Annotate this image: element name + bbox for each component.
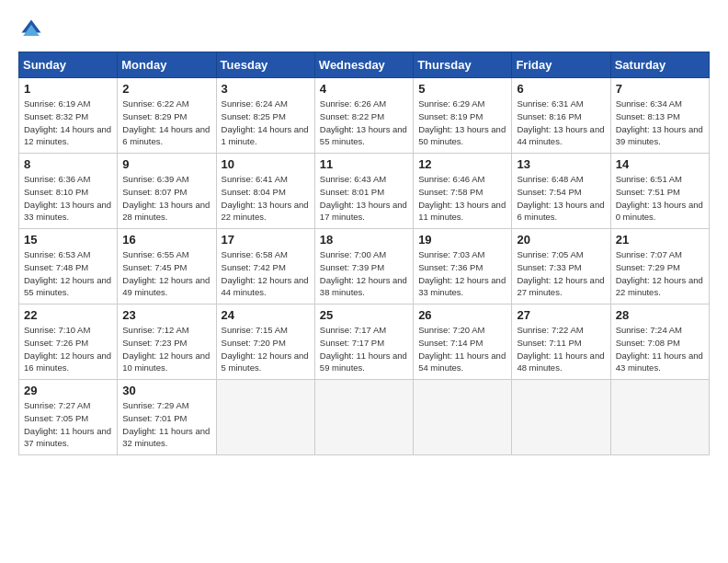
- calendar-cell: 4 Sunrise: 6:26 AM Sunset: 8:22 PM Dayli…: [314, 78, 413, 154]
- day-info: Sunrise: 7:20 AM Sunset: 7:14 PM Dayligh…: [418, 324, 506, 374]
- sunset: Sunset: 7:42 PM: [222, 262, 286, 272]
- day-number: 18: [320, 233, 408, 247]
- sunrise: Sunrise: 7:05 AM: [517, 249, 583, 259]
- day-number: 1: [24, 82, 112, 96]
- sunset: Sunset: 8:16 PM: [517, 111, 581, 121]
- daylight: Daylight: 12 hours and 33 minutes.: [418, 275, 506, 298]
- day-number: 7: [616, 82, 704, 96]
- sunrise: Sunrise: 7:22 AM: [517, 325, 583, 335]
- sunrise: Sunrise: 6:19 AM: [24, 98, 90, 109]
- sunrise: Sunrise: 6:34 AM: [616, 98, 682, 109]
- daylight: Daylight: 12 hours and 5 minutes.: [222, 350, 309, 373]
- day-info: Sunrise: 7:10 AM Sunset: 7:26 PM Dayligh…: [24, 324, 112, 374]
- header-day-tuesday: Tuesday: [216, 52, 314, 78]
- day-info: Sunrise: 6:48 AM Sunset: 7:54 PM Dayligh…: [517, 173, 605, 224]
- header: [18, 17, 710, 42]
- calendar-cell: 8 Sunrise: 6:36 AM Sunset: 8:10 PM Dayli…: [19, 154, 118, 229]
- sunrise: Sunrise: 6:22 AM: [122, 98, 188, 109]
- sunset: Sunset: 7:14 PM: [418, 338, 483, 348]
- day-info: Sunrise: 6:36 AM Sunset: 8:10 PM Dayligh…: [24, 173, 112, 224]
- day-number: 6: [517, 82, 605, 96]
- sunrise: Sunrise: 7:15 AM: [222, 325, 288, 335]
- day-number: 26: [418, 308, 506, 322]
- sunset: Sunset: 8:13 PM: [616, 111, 680, 121]
- header-row: SundayMondayTuesdayWednesdayThursdayFrid…: [19, 52, 710, 78]
- daylight: Daylight: 11 hours and 59 minutes.: [320, 350, 407, 373]
- calendar-cell: 13 Sunrise: 6:48 AM Sunset: 7:54 PM Dayl…: [512, 154, 610, 229]
- calendar-cell: [610, 380, 709, 455]
- logo: [18, 17, 48, 42]
- daylight: Daylight: 12 hours and 10 minutes.: [122, 350, 210, 373]
- day-info: Sunrise: 6:58 AM Sunset: 7:42 PM Dayligh…: [222, 248, 310, 299]
- sunrise: Sunrise: 6:46 AM: [418, 174, 484, 184]
- calendar: SundayMondayTuesdayWednesdayThursdayFrid…: [18, 52, 710, 455]
- day-number: 25: [320, 308, 408, 322]
- sunrise: Sunrise: 6:26 AM: [320, 98, 386, 109]
- day-number: 10: [222, 157, 310, 171]
- daylight: Daylight: 12 hours and 55 minutes.: [24, 275, 111, 298]
- calendar-week-4: 22 Sunrise: 7:10 AM Sunset: 7:26 PM Dayl…: [19, 304, 710, 380]
- daylight: Daylight: 12 hours and 16 minutes.: [24, 350, 111, 373]
- day-info: Sunrise: 7:17 AM Sunset: 7:17 PM Dayligh…: [320, 324, 408, 374]
- day-info: Sunrise: 6:24 AM Sunset: 8:25 PM Dayligh…: [222, 98, 310, 148]
- header-day-wednesday: Wednesday: [314, 52, 413, 78]
- day-info: Sunrise: 6:43 AM Sunset: 8:01 PM Dayligh…: [320, 173, 408, 224]
- day-number: 28: [616, 308, 704, 322]
- day-info: Sunrise: 6:31 AM Sunset: 8:16 PM Dayligh…: [517, 98, 605, 148]
- daylight: Daylight: 13 hours and 6 minutes.: [517, 200, 604, 223]
- calendar-cell: 22 Sunrise: 7:10 AM Sunset: 7:26 PM Dayl…: [19, 304, 118, 380]
- daylight: Daylight: 13 hours and 44 minutes.: [517, 124, 604, 147]
- sunset: Sunset: 7:58 PM: [418, 187, 483, 197]
- sunset: Sunset: 7:01 PM: [122, 413, 187, 423]
- day-number: 27: [517, 308, 605, 322]
- day-info: Sunrise: 6:39 AM Sunset: 8:07 PM Dayligh…: [122, 173, 210, 224]
- sunset: Sunset: 8:10 PM: [24, 187, 88, 197]
- daylight: Daylight: 11 hours and 37 minutes.: [24, 426, 111, 449]
- calendar-cell: 12 Sunrise: 6:46 AM Sunset: 7:58 PM Dayl…: [414, 154, 512, 229]
- daylight: Daylight: 14 hours and 6 minutes.: [122, 124, 210, 147]
- daylight: Daylight: 11 hours and 43 minutes.: [616, 350, 703, 373]
- sunset: Sunset: 8:04 PM: [222, 187, 286, 197]
- calendar-cell: 18 Sunrise: 7:00 AM Sunset: 7:39 PM Dayl…: [314, 229, 413, 304]
- calendar-week-3: 15 Sunrise: 6:53 AM Sunset: 7:48 PM Dayl…: [19, 229, 710, 304]
- daylight: Daylight: 13 hours and 22 minutes.: [222, 200, 309, 223]
- day-info: Sunrise: 6:29 AM Sunset: 8:19 PM Dayligh…: [418, 98, 506, 148]
- header-day-sunday: Sunday: [19, 52, 118, 78]
- daylight: Daylight: 13 hours and 50 minutes.: [418, 124, 506, 147]
- calendar-cell: 11 Sunrise: 6:43 AM Sunset: 8:01 PM Dayl…: [314, 154, 413, 229]
- day-info: Sunrise: 6:46 AM Sunset: 7:58 PM Dayligh…: [418, 173, 506, 224]
- day-number: 17: [222, 233, 310, 247]
- daylight: Daylight: 13 hours and 11 minutes.: [418, 200, 506, 223]
- sunset: Sunset: 7:17 PM: [320, 338, 384, 348]
- calendar-cell: 21 Sunrise: 7:07 AM Sunset: 7:29 PM Dayl…: [610, 229, 709, 304]
- day-info: Sunrise: 7:05 AM Sunset: 7:33 PM Dayligh…: [517, 248, 605, 299]
- sunrise: Sunrise: 7:17 AM: [320, 325, 386, 335]
- daylight: Daylight: 14 hours and 1 minute.: [222, 124, 309, 147]
- sunset: Sunset: 7:45 PM: [122, 262, 187, 272]
- sunrise: Sunrise: 6:39 AM: [122, 174, 188, 184]
- sunset: Sunset: 7:51 PM: [616, 187, 680, 197]
- calendar-cell: 25 Sunrise: 7:17 AM Sunset: 7:17 PM Dayl…: [314, 304, 413, 380]
- calendar-body: 1 Sunrise: 6:19 AM Sunset: 8:32 PM Dayli…: [19, 78, 710, 455]
- day-number: 16: [122, 233, 210, 247]
- daylight: Daylight: 11 hours and 54 minutes.: [418, 350, 506, 373]
- day-info: Sunrise: 6:22 AM Sunset: 8:29 PM Dayligh…: [122, 98, 210, 148]
- day-number: 29: [24, 384, 112, 397]
- sunrise: Sunrise: 6:36 AM: [24, 174, 90, 184]
- sunrise: Sunrise: 7:27 AM: [24, 400, 90, 410]
- sunset: Sunset: 7:29 PM: [616, 262, 680, 272]
- daylight: Daylight: 13 hours and 55 minutes.: [320, 124, 407, 147]
- day-number: 14: [616, 157, 704, 171]
- sunrise: Sunrise: 7:24 AM: [616, 325, 682, 335]
- header-day-saturday: Saturday: [610, 52, 709, 78]
- daylight: Daylight: 11 hours and 48 minutes.: [517, 350, 604, 373]
- day-number: 20: [517, 233, 605, 247]
- calendar-week-5: 29 Sunrise: 7:27 AM Sunset: 7:05 PM Dayl…: [19, 380, 710, 455]
- daylight: Daylight: 12 hours and 38 minutes.: [320, 275, 407, 298]
- calendar-cell: 9 Sunrise: 6:39 AM Sunset: 8:07 PM Dayli…: [118, 154, 216, 229]
- sunrise: Sunrise: 7:07 AM: [616, 249, 682, 259]
- day-number: 22: [24, 308, 112, 322]
- day-info: Sunrise: 6:51 AM Sunset: 7:51 PM Dayligh…: [616, 173, 704, 224]
- day-number: 24: [222, 308, 310, 322]
- day-number: 3: [222, 82, 310, 96]
